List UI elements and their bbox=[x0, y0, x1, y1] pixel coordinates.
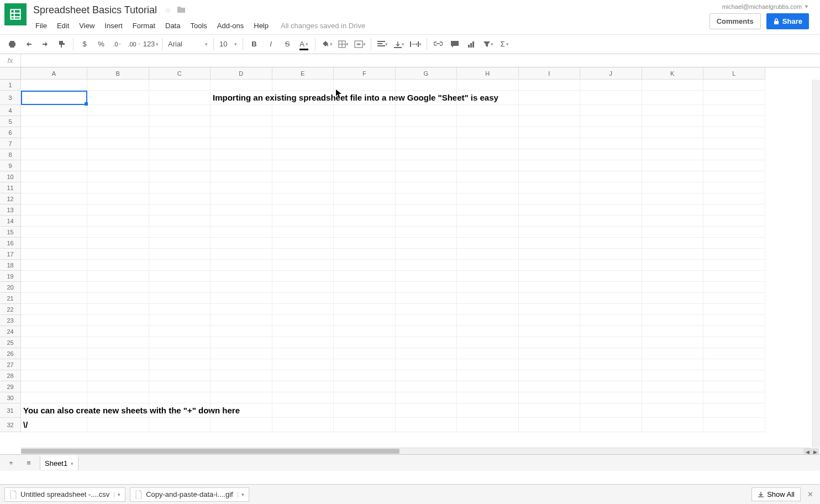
cell-G3[interactable] bbox=[396, 91, 458, 105]
cell-H21[interactable] bbox=[457, 293, 519, 304]
link-icon[interactable] bbox=[430, 36, 446, 52]
cell-D30[interactable] bbox=[211, 392, 272, 403]
cell-E27[interactable] bbox=[272, 359, 334, 370]
cell-G8[interactable] bbox=[396, 149, 458, 160]
cell-G16[interactable] bbox=[396, 238, 458, 249]
filter-icon[interactable]: ▾ bbox=[480, 36, 496, 52]
row-header-9[interactable]: 9 bbox=[0, 160, 21, 171]
cell-L18[interactable] bbox=[703, 260, 765, 271]
cell-D11[interactable] bbox=[211, 182, 272, 193]
menu-addons[interactable]: Add-ons bbox=[213, 19, 248, 32]
cell-C10[interactable] bbox=[149, 171, 211, 182]
cell-K16[interactable] bbox=[642, 238, 704, 249]
row-header-16[interactable]: 16 bbox=[0, 238, 21, 249]
cell-C14[interactable] bbox=[149, 216, 211, 227]
cell-F29[interactable] bbox=[334, 381, 396, 392]
cell-I31[interactable] bbox=[519, 403, 581, 418]
cell-A23[interactable] bbox=[21, 315, 87, 326]
cell-E5[interactable] bbox=[272, 116, 334, 127]
italic-button[interactable]: I bbox=[263, 36, 278, 52]
cell-B11[interactable] bbox=[87, 182, 149, 193]
cell-I26[interactable] bbox=[519, 348, 581, 359]
cell-I10[interactable] bbox=[519, 171, 581, 182]
cell-D4[interactable] bbox=[211, 105, 272, 116]
cell-H29[interactable] bbox=[457, 381, 519, 392]
cell-D21[interactable] bbox=[211, 293, 272, 304]
cell-F5[interactable] bbox=[334, 116, 396, 127]
cell-A12[interactable] bbox=[21, 193, 87, 204]
cell-G17[interactable] bbox=[396, 249, 458, 260]
horizontal-scrollbar[interactable]: ◀ ▶ bbox=[21, 448, 810, 454]
select-all-corner[interactable] bbox=[0, 67, 21, 80]
vertical-scrollbar[interactable] bbox=[812, 80, 820, 448]
cell-I19[interactable] bbox=[519, 271, 581, 282]
cell-D15[interactable] bbox=[211, 227, 272, 238]
cell-F9[interactable] bbox=[334, 160, 396, 171]
cell-C11[interactable] bbox=[149, 182, 211, 193]
cell-G31[interactable] bbox=[396, 403, 458, 418]
cell-E18[interactable] bbox=[272, 260, 334, 271]
cell-J12[interactable] bbox=[580, 193, 642, 204]
cell-H14[interactable] bbox=[457, 216, 519, 227]
cell-E25[interactable] bbox=[272, 337, 334, 348]
cell-I4[interactable] bbox=[519, 105, 581, 116]
cell-B21[interactable] bbox=[87, 293, 149, 304]
cell-E16[interactable] bbox=[272, 238, 334, 249]
cell-I28[interactable] bbox=[519, 370, 581, 381]
cell-E26[interactable] bbox=[272, 348, 334, 359]
cell-H11[interactable] bbox=[457, 182, 519, 193]
cell-G11[interactable] bbox=[396, 182, 458, 193]
cell-I6[interactable] bbox=[519, 127, 581, 138]
cell-L31[interactable] bbox=[703, 403, 765, 418]
cell-F3[interactable] bbox=[334, 91, 396, 105]
cell-K21[interactable] bbox=[642, 293, 704, 304]
cell-G4[interactable] bbox=[396, 105, 458, 116]
cell-G29[interactable] bbox=[396, 381, 458, 392]
cell-D32[interactable] bbox=[211, 418, 272, 432]
cell-K11[interactable] bbox=[642, 182, 704, 193]
cell-C15[interactable] bbox=[149, 227, 211, 238]
dec-increase-button[interactable]: .00→ bbox=[127, 36, 142, 52]
menu-help[interactable]: Help bbox=[249, 19, 273, 32]
cell-H19[interactable] bbox=[457, 271, 519, 282]
cell-H23[interactable] bbox=[457, 315, 519, 326]
cell-L21[interactable] bbox=[703, 293, 765, 304]
cell-J21[interactable] bbox=[580, 293, 642, 304]
cell-D29[interactable] bbox=[211, 381, 272, 392]
cell-C6[interactable] bbox=[149, 127, 211, 138]
cell-I22[interactable] bbox=[519, 304, 581, 315]
user-email[interactable]: michael@michaelgrubbs.com▼ bbox=[709, 3, 809, 10]
cell-H22[interactable] bbox=[457, 304, 519, 315]
cell-J20[interactable] bbox=[580, 282, 642, 293]
cell-L16[interactable] bbox=[703, 238, 765, 249]
cell-D3[interactable]: Importing an existing spreadsheet file i… bbox=[211, 91, 272, 105]
cell-F19[interactable] bbox=[334, 271, 396, 282]
cell-A5[interactable] bbox=[21, 116, 87, 127]
cell-D12[interactable] bbox=[211, 193, 272, 204]
cell-D1[interactable] bbox=[211, 80, 272, 91]
cell-J13[interactable] bbox=[580, 204, 642, 216]
cell-G9[interactable] bbox=[396, 160, 458, 171]
column-header-H[interactable]: H bbox=[457, 67, 519, 80]
print-icon[interactable] bbox=[4, 36, 20, 52]
cell-D9[interactable] bbox=[211, 160, 272, 171]
row-header-11[interactable]: 11 bbox=[0, 182, 21, 193]
cell-H25[interactable] bbox=[457, 337, 519, 348]
add-sheet-button[interactable]: + bbox=[2, 455, 20, 471]
cell-K27[interactable] bbox=[642, 359, 704, 370]
cell-B23[interactable] bbox=[87, 315, 149, 326]
cell-L4[interactable] bbox=[703, 105, 765, 116]
cell-I8[interactable] bbox=[519, 149, 581, 160]
cell-C31[interactable] bbox=[149, 403, 211, 418]
cell-G26[interactable] bbox=[396, 348, 458, 359]
row-header-25[interactable]: 25 bbox=[0, 337, 21, 348]
cell-F18[interactable] bbox=[334, 260, 396, 271]
cell-E4[interactable] bbox=[272, 105, 334, 116]
cell-E3[interactable] bbox=[272, 91, 334, 105]
row-header-27[interactable]: 27 bbox=[0, 359, 21, 370]
folder-icon[interactable] bbox=[177, 6, 186, 15]
chevron-down-icon[interactable]: ▾ bbox=[114, 492, 120, 497]
cell-L8[interactable] bbox=[703, 149, 765, 160]
cell-G10[interactable] bbox=[396, 171, 458, 182]
cell-C28[interactable] bbox=[149, 370, 211, 381]
